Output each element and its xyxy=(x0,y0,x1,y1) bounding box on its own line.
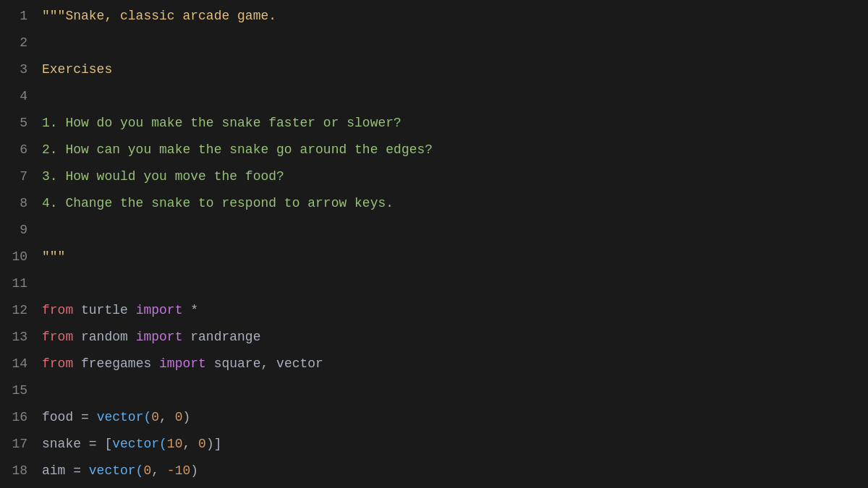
token: import xyxy=(136,303,183,317)
token: 10 xyxy=(167,437,183,451)
code-line: """Snake, classic arcade game. xyxy=(42,3,868,30)
token: from xyxy=(42,356,73,371)
token: 2. How can you make the snake go around … xyxy=(42,142,433,157)
line-number: 9 xyxy=(7,217,27,244)
token: vector( xyxy=(112,437,167,451)
code-line: 2. How can you make the snake go around … xyxy=(42,137,868,163)
code-editor: 123456789101112131415161718 """Snake, cl… xyxy=(0,0,868,488)
token: ) xyxy=(182,410,190,424)
token: , xyxy=(182,437,198,451)
line-number: 6 xyxy=(7,137,27,163)
token: food xyxy=(42,410,73,424)
line-number: 2 xyxy=(7,30,27,56)
token: vector( xyxy=(89,463,144,478)
line-number: 1 xyxy=(7,3,27,30)
line-number: 4 xyxy=(7,83,27,110)
token: 0 xyxy=(151,410,159,424)
token: import xyxy=(136,330,183,344)
line-number: 17 xyxy=(7,431,27,458)
token: ) xyxy=(190,463,198,478)
token: = [ xyxy=(81,437,112,451)
token: snake xyxy=(42,437,81,451)
token: -10 xyxy=(167,463,190,478)
line-number: 13 xyxy=(7,324,27,351)
token: from xyxy=(42,303,73,317)
code-line: 1. How do you make the snake faster or s… xyxy=(42,110,868,137)
token: , xyxy=(151,463,167,478)
code-line: 4. Change the snake to respond to arrow … xyxy=(42,190,868,217)
token: """Snake, classic arcade game. xyxy=(42,9,276,23)
token: import xyxy=(159,356,206,371)
code-line xyxy=(42,377,868,404)
code-line: aim = vector(0, -10) xyxy=(42,458,868,484)
line-number: 12 xyxy=(7,297,27,324)
token: from xyxy=(42,330,73,344)
token: aim xyxy=(42,463,65,478)
token: vector( xyxy=(97,410,152,424)
token: = xyxy=(73,410,96,424)
token: turtle xyxy=(73,303,135,317)
code-line: """ xyxy=(42,244,868,270)
line-numbers: 123456789101112131415161718 xyxy=(0,3,35,488)
token: 0 xyxy=(198,437,206,451)
code-line: from turtle import * xyxy=(42,297,868,324)
code-line xyxy=(42,30,868,56)
line-number: 18 xyxy=(7,458,27,484)
line-number: 15 xyxy=(7,377,27,404)
code-line: food = vector(0, 0) xyxy=(42,404,868,431)
line-number: 10 xyxy=(7,244,27,270)
token: """ xyxy=(42,249,65,264)
code-line xyxy=(42,83,868,110)
code-line: from random import randrange xyxy=(42,324,868,351)
code-line: 3. How would you move the food? xyxy=(42,163,868,190)
token: , xyxy=(159,410,175,424)
token: 0 xyxy=(175,410,183,424)
token: 4. Change the snake to respond to arrow … xyxy=(42,196,393,210)
line-number: 8 xyxy=(7,190,27,217)
code-line: snake = [vector(10, 0)] xyxy=(42,431,868,458)
token: freegames xyxy=(73,356,159,371)
token: )] xyxy=(206,437,222,451)
code-line: Exercises xyxy=(42,56,868,83)
line-number: 14 xyxy=(7,351,27,377)
token: = xyxy=(65,463,88,478)
token: square, vector xyxy=(206,356,323,371)
line-number: 11 xyxy=(7,270,27,297)
token: 0 xyxy=(143,463,151,478)
code-content[interactable]: """Snake, classic arcade game. Exercises… xyxy=(35,3,868,488)
code-line: from freegames import square, vector xyxy=(42,351,868,377)
line-number: 3 xyxy=(7,56,27,83)
token: random xyxy=(73,330,135,344)
line-number: 5 xyxy=(7,110,27,137)
token: randrange xyxy=(182,330,260,344)
line-number: 7 xyxy=(7,163,27,190)
code-line xyxy=(42,270,868,297)
token: 1. How do you make the snake faster or s… xyxy=(42,116,401,130)
token: * xyxy=(182,303,198,317)
token: 3. How would you move the food? xyxy=(42,169,284,184)
token: Exercises xyxy=(42,62,112,77)
line-number: 16 xyxy=(7,404,27,431)
code-line xyxy=(42,217,868,244)
